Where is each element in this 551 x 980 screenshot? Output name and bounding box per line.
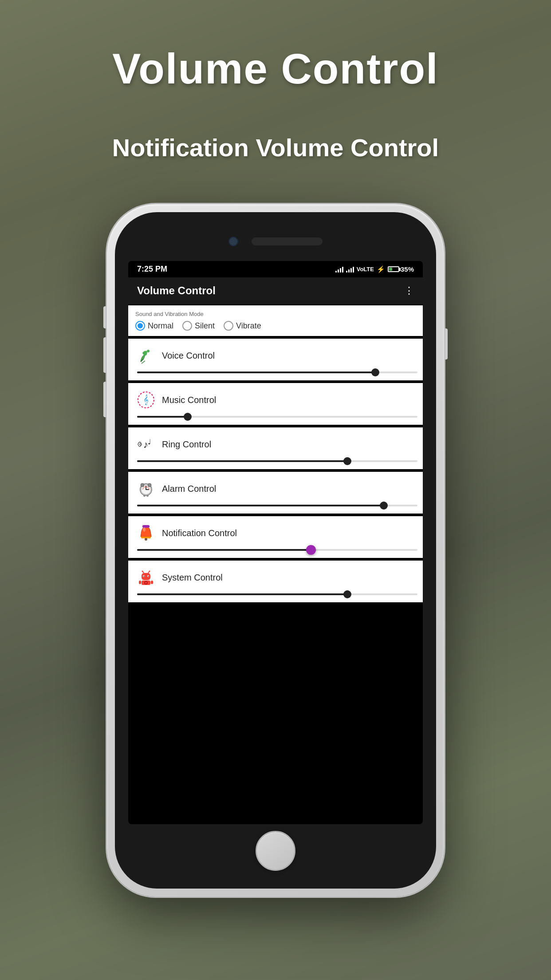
volume-up-button — [103, 337, 107, 373]
notification-slider-thumb[interactable] — [306, 545, 316, 555]
battery-icon — [388, 266, 399, 272]
svg-rect-26 — [139, 581, 141, 584]
silent-switch — [103, 306, 107, 328]
speaker-grille — [252, 237, 323, 245]
alarm-control-row: Alarm Control — [128, 472, 423, 514]
svg-text:𝄞: 𝄞 — [143, 395, 149, 405]
svg-point-15 — [143, 527, 146, 532]
camera-dot — [228, 237, 238, 246]
sound-mode-label: Sound and Vibration Mode — [135, 311, 416, 317]
svg-point-20 — [148, 576, 149, 577]
radio-label-normal: Normal — [148, 321, 173, 331]
voice-control-icon — [135, 345, 157, 366]
svg-point-0 — [147, 350, 150, 352]
radio-silent[interactable]: Silent — [182, 321, 215, 331]
notification-control-row: Notification Control — [128, 516, 423, 558]
radio-vibrate[interactable]: Vibrate — [224, 321, 261, 331]
signal-bar-2 — [338, 269, 339, 273]
signal-bar-8 — [353, 267, 354, 273]
voice-slider-thumb[interactable] — [371, 368, 379, 376]
system-control-label: System Control — [162, 573, 223, 583]
svg-rect-27 — [151, 581, 153, 584]
page-title: Volume Control — [0, 44, 551, 93]
music-control-header: 𝄞 Music Control — [135, 389, 416, 411]
system-slider-track[interactable] — [137, 593, 417, 595]
phone-mockup: 7:25 PM — [107, 204, 444, 897]
svg-point-19 — [144, 576, 145, 577]
system-control-row: System Control — [128, 561, 423, 602]
volte-label: VoLTE — [357, 266, 374, 273]
app-header: Volume Control ⋮ — [128, 277, 423, 304]
radio-circle-normal — [135, 321, 145, 331]
signal-bar-4 — [342, 267, 343, 273]
volume-down-button — [103, 382, 107, 417]
svg-rect-12 — [146, 495, 149, 497]
svg-rect-13 — [142, 525, 150, 528]
home-button[interactable] — [256, 831, 295, 871]
ring-control-icon: ♪ ♩ — [135, 434, 157, 455]
radio-circle-vibrate — [224, 321, 233, 331]
radio-label-silent: Silent — [195, 321, 215, 331]
music-slider-thumb[interactable] — [184, 413, 192, 421]
svg-point-9 — [141, 483, 144, 487]
svg-rect-11 — [143, 495, 146, 497]
status-right: VoLTE ⚡ 35% — [335, 265, 414, 273]
status-time: 7:25 PM — [137, 265, 167, 274]
system-slider-thumb[interactable] — [343, 590, 351, 598]
music-control-icon: 𝄞 — [135, 389, 157, 411]
music-control-label: Music Control — [162, 395, 216, 405]
signal-bar-5 — [346, 271, 347, 273]
svg-point-14 — [145, 538, 147, 541]
battery-fill — [389, 268, 392, 271]
notification-slider-fill — [137, 549, 311, 551]
svg-rect-16 — [142, 573, 150, 580]
app-header-title: Volume Control — [137, 285, 216, 297]
notification-control-icon — [135, 522, 157, 544]
svg-point-24 — [149, 571, 150, 572]
screen-content: 7:25 PM — [128, 261, 423, 824]
voice-slider-track[interactable] — [137, 371, 417, 373]
system-control-header: System Control — [135, 567, 416, 588]
signal-bar-6 — [348, 269, 350, 273]
alarm-slider-fill — [137, 505, 384, 506]
ring-slider-fill — [137, 460, 347, 462]
music-slider-track[interactable] — [137, 416, 417, 418]
voice-control-header: Voice Control — [135, 345, 416, 366]
svg-text:♩: ♩ — [148, 438, 151, 446]
phone-screen: 7:25 PM — [128, 261, 423, 824]
radio-label-vibrate: Vibrate — [236, 321, 261, 331]
battery-percent: 35% — [401, 265, 414, 273]
system-control-icon — [135, 567, 157, 588]
more-options-icon[interactable]: ⋮ — [404, 285, 414, 296]
voice-control-label: Voice Control — [162, 351, 215, 361]
system-slider-fill — [137, 593, 347, 595]
status-bar: 7:25 PM — [128, 261, 423, 277]
signal-bars-1 — [335, 266, 343, 273]
svg-point-10 — [148, 483, 151, 487]
voice-slider-fill — [137, 371, 375, 373]
radio-normal[interactable]: Normal — [135, 321, 173, 331]
svg-point-29 — [145, 582, 147, 584]
ring-control-label: Ring Control — [162, 439, 211, 450]
music-slider-fill — [137, 416, 188, 418]
phone-top-bar — [228, 237, 323, 246]
ring-slider-thumb[interactable] — [343, 457, 351, 465]
signal-bar-7 — [350, 268, 352, 273]
radio-circle-silent — [182, 321, 192, 331]
sound-mode-section: Sound and Vibration Mode Normal Silent — [128, 305, 423, 336]
subtitle: Notification Volume Control — [0, 133, 551, 162]
notification-slider-track[interactable] — [137, 549, 417, 551]
alarm-control-icon — [135, 478, 157, 499]
voice-control-row: Voice Control — [128, 339, 423, 380]
notification-control-label: Notification Control — [162, 528, 237, 538]
music-control-row: 𝄞 Music Control — [128, 383, 423, 425]
notification-control-header: Notification Control — [135, 522, 416, 544]
alarm-slider-thumb[interactable] — [380, 502, 388, 510]
power-button — [444, 328, 448, 360]
alarm-slider-track[interactable] — [137, 505, 417, 506]
phone-shell: 7:25 PM — [107, 204, 444, 897]
ring-slider-track[interactable] — [137, 460, 417, 462]
alarm-control-label: Alarm Control — [162, 484, 216, 494]
alarm-control-header: Alarm Control — [135, 478, 416, 499]
ring-control-header: ♪ ♩ Ring Control — [135, 434, 416, 455]
